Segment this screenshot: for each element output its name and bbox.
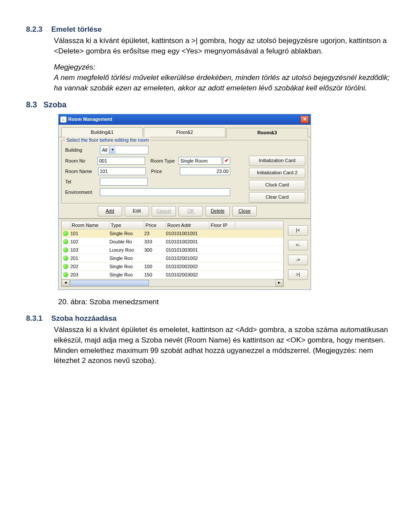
tel-input[interactable] bbox=[100, 178, 148, 186]
label-roomname: Room Name bbox=[65, 168, 98, 175]
init-card-button[interactable]: Initialization Card bbox=[249, 156, 305, 166]
building-select[interactable]: All▾ bbox=[100, 146, 149, 154]
rooms-table: Room Name Type Price Room Addr Floor IP … bbox=[61, 221, 284, 287]
scroll-thumb[interactable] bbox=[70, 280, 149, 286]
clock-card-button[interactable]: Clock Card bbox=[249, 180, 305, 190]
heading-8-3: 8.3Szoba bbox=[26, 100, 391, 110]
table-row[interactable]: 201Single Roo010102001002 bbox=[62, 254, 283, 263]
close-button[interactable]: Close bbox=[232, 206, 257, 216]
label-env: Environment bbox=[65, 189, 100, 196]
figure-caption: 20. ábra: Szoba menedzsment bbox=[58, 297, 391, 307]
status-dot-icon bbox=[63, 247, 68, 253]
table-row[interactable]: 202Single Roo100010102002002 bbox=[62, 263, 283, 271]
body-8-3-1: Válassza ki a kívánt épületet és emelete… bbox=[54, 325, 391, 366]
edit-button[interactable]: Edit bbox=[125, 206, 149, 216]
window-icon: ⌂ bbox=[60, 116, 66, 123]
label-tel: Tel bbox=[65, 179, 100, 185]
init-card2-button[interactable]: Initialization Card 2 bbox=[249, 168, 305, 178]
delete-button[interactable]: Delete bbox=[205, 206, 230, 216]
label-roomtype: Room Type bbox=[150, 158, 179, 164]
clear-card-button[interactable]: Clear Card bbox=[249, 192, 305, 203]
window-title: Room Management bbox=[68, 116, 300, 123]
roomtype-picker-button[interactable]: ✔ bbox=[223, 157, 230, 165]
heading-8-3-1: 8.3.1Szoba hozzáadása bbox=[26, 313, 391, 324]
nav-first-button[interactable]: |< bbox=[288, 225, 308, 236]
label-building: Building bbox=[65, 147, 100, 153]
add-button[interactable]: Add bbox=[98, 206, 122, 216]
price-input[interactable] bbox=[180, 167, 230, 175]
chevron-down-icon: ▾ bbox=[109, 146, 116, 153]
nav-prev-button[interactable]: <- bbox=[288, 240, 308, 250]
nav-last-button[interactable]: >| bbox=[288, 269, 308, 280]
side-buttons: Initialization Card Initialization Card … bbox=[249, 156, 305, 203]
label-price: Price bbox=[151, 168, 180, 175]
heading-8-2-3: 8.2.3Emelet törlése bbox=[26, 24, 391, 35]
table-row[interactable]: 101Single Roo23010101001001 bbox=[62, 229, 283, 238]
label-roomno: Room No bbox=[65, 158, 97, 164]
status-dot-icon bbox=[63, 272, 68, 277]
env-input[interactable] bbox=[100, 188, 230, 196]
nav-next-button[interactable]: -> bbox=[288, 255, 308, 265]
table-row[interactable]: 103Luxury Roo300010101003001 bbox=[62, 246, 283, 254]
separator bbox=[59, 218, 311, 219]
close-icon[interactable]: ✕ bbox=[300, 116, 309, 123]
table-row[interactable]: 203Single Roo150010102003002 bbox=[62, 271, 283, 279]
room-management-window: ⌂ Room Management ✕ Building&1 Floor&2 R… bbox=[58, 114, 311, 290]
cancel-button[interactable]: Cancel bbox=[152, 206, 176, 216]
group-caption: Select the floor before editing the room bbox=[65, 137, 150, 143]
table-row[interactable]: 102Double Ro333010101002001 bbox=[62, 238, 283, 246]
record-nav: |< <- -> >| bbox=[288, 221, 308, 287]
status-dot-icon bbox=[63, 239, 68, 244]
note-8-2-3: Megjegyzés: A nem megfelelő törlési műve… bbox=[54, 62, 391, 93]
status-dot-icon bbox=[63, 231, 68, 236]
roomno-input[interactable] bbox=[97, 157, 145, 165]
roomtype-input[interactable] bbox=[179, 157, 222, 165]
roomname-input[interactable] bbox=[98, 167, 146, 175]
body-8-2-3: Válassza ki a kívánt épületet, kattintso… bbox=[54, 36, 391, 57]
status-dot-icon bbox=[63, 256, 68, 261]
tab-room[interactable]: Room&3 bbox=[226, 128, 308, 137]
tab-strip: Building&1 Floor&2 Room&3 bbox=[59, 125, 311, 137]
h-scrollbar[interactable]: ◄ ► bbox=[62, 279, 283, 286]
status-dot-icon bbox=[63, 264, 68, 269]
ok-button[interactable]: OK bbox=[179, 206, 203, 216]
tab-floor[interactable]: Floor&2 bbox=[144, 127, 225, 137]
titlebar: ⌂ Room Management ✕ bbox=[59, 114, 311, 125]
action-button-row: Add Edit Cancel OK Delete Close bbox=[98, 206, 311, 216]
table-header: Room Name Type Price Room Addr Floor IP bbox=[62, 221, 283, 229]
tab-building[interactable]: Building&1 bbox=[61, 127, 143, 137]
scroll-left-icon[interactable]: ◄ bbox=[62, 279, 70, 286]
scroll-right-icon[interactable]: ► bbox=[275, 279, 283, 286]
